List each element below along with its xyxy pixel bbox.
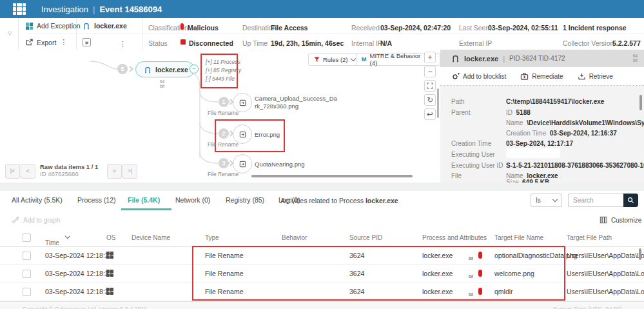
search-filter-dropdown[interactable]: Is	[531, 194, 562, 207]
pagination-text: Raw data items 1 / 1	[40, 163, 98, 170]
collector-version-label: Collector Version	[563, 39, 614, 47]
collapse-node-button[interactable]: −	[190, 65, 199, 74]
first-page-button[interactable]: |<	[5, 164, 20, 179]
chevron-down-icon	[552, 197, 558, 202]
edge-label: File Rename	[208, 110, 239, 116]
row-checkbox[interactable]	[23, 270, 31, 278]
destination-value: File Access	[271, 24, 307, 32]
zoom-in-button[interactable]: +	[424, 52, 436, 63]
cell-target-file-path: Users\IEUser\AppData\Loc...	[567, 252, 644, 259]
graph-vertical-scrollbar[interactable]	[437, 88, 439, 118]
received-value: 03-Sep-2024, 02:47:20	[380, 24, 451, 32]
rules-filter-button[interactable]: Rules (2)	[308, 53, 361, 66]
add-exception-label: Add Exception	[37, 22, 81, 30]
edge-label: File Rename	[208, 171, 239, 177]
file-node-label: QuotaNearing.png	[255, 161, 337, 168]
activities-process-name: locker.exe	[366, 197, 398, 204]
fit-to-screen-button[interactable]	[424, 80, 436, 92]
export-button[interactable]: Export ⋮	[26, 38, 67, 46]
undo-button[interactable]: ↩	[424, 108, 436, 120]
details-pid-tid: PID-3624 TID-4172	[509, 55, 565, 62]
process-chip[interactable]: locker.exe	[83, 22, 127, 30]
malicious-icon	[478, 252, 482, 259]
activities-caption: Activities related to Process locker.exe	[280, 197, 398, 204]
next-page-button[interactable]: >	[107, 164, 122, 179]
last-page-button[interactable]: >|	[122, 164, 137, 179]
process-icon	[83, 22, 90, 30]
root-process-node[interactable]: locker.exe	[135, 61, 195, 77]
file-node-badge[interactable]: 2	[219, 128, 229, 139]
system-time-text: System Time (UTC -04:00) 22:03:43	[553, 306, 644, 309]
tab-network[interactable]: Network (0)	[175, 196, 210, 204]
malicious-icon	[478, 270, 482, 277]
prev-page-button[interactable]: <	[21, 164, 35, 179]
add-to-graph-button[interactable]: Add to graph	[12, 216, 60, 224]
collapse-chevron-icon[interactable]: ▽	[8, 30, 12, 36]
file-node-label: Error.png	[255, 131, 337, 139]
tab-file[interactable]: File (5.4K)	[128, 196, 160, 204]
col-source-pid[interactable]: Source PID	[349, 234, 382, 241]
col-device-name[interactable]: Device Name	[132, 234, 170, 241]
export-menu-icon[interactable]: ⋮	[60, 38, 67, 46]
export-icon	[26, 39, 33, 46]
cell-type: File Rename	[205, 288, 244, 295]
col-behavior[interactable]: Behavior	[282, 234, 307, 241]
cell-type: File Rename	[205, 270, 244, 277]
cell-source-pid: 3624	[349, 288, 364, 295]
customize-columns-button[interactable]: Customize	[600, 216, 641, 224]
raw-data-pagination: Raw data items 1 / 1 ID 487625686	[40, 163, 98, 177]
event-info-bar: ▽ Add Exception Export ⋮ locker.exe ▣ ⋮ …	[0, 18, 644, 50]
tab-registry[interactable]: Registry (85)	[226, 196, 264, 204]
details-header: locker.exe | PID-3624 TID-4172 64bit	[440, 50, 644, 67]
col-target-file-name[interactable]: Target File Name	[494, 234, 543, 241]
col-os[interactable]: OS	[106, 234, 115, 241]
refresh-button[interactable]: ↻	[424, 94, 436, 106]
process-menu-icon[interactable]: ⋮	[119, 40, 126, 48]
process-graph-canvas[interactable]: 5 locker.exe − 64bit [+] 11 Process [+] …	[0, 50, 441, 183]
table-row[interactable]: 03-Sep-2024 12:18:31 File Rename 3624 lo…	[0, 264, 644, 283]
table-toolbar: Add to graph Customize	[0, 210, 644, 229]
remediate-button[interactable]: Remediate	[520, 72, 563, 81]
path-label: Path	[451, 98, 465, 105]
cell-target-file-name: qmldir	[494, 288, 513, 295]
cell-type: File Rename	[205, 252, 244, 259]
incident-response-link[interactable]: 1 Incident response	[563, 24, 627, 32]
file-node-badge[interactable]: 1	[219, 97, 229, 107]
row-checkbox[interactable]	[23, 288, 31, 296]
add-to-blocklist-button[interactable]: Add to blocklist	[451, 72, 506, 81]
table-row[interactable]: 03-Sep-2024 12:18:31 File Rename 3624 lo…	[0, 283, 644, 301]
select-all-checkbox[interactable]	[23, 234, 31, 242]
executing-user-id-label: Executing User ID	[451, 162, 503, 169]
first-aid-kit-icon	[520, 72, 529, 81]
table-row[interactable]: 03-Sep-2024 12:18:31 File Rename 3624 lo…	[0, 246, 644, 265]
malicious-icon	[478, 288, 482, 295]
col-type[interactable]: Type	[205, 234, 219, 241]
last-seen-label: Last Seen	[459, 24, 489, 32]
graph-horizontal-scrollbar[interactable]	[251, 175, 413, 177]
sort-chevron-icon[interactable]	[65, 234, 70, 239]
received-label: Received	[351, 24, 380, 32]
executing-user-id-value: S-1-5-21-321011808-3761883066-353627080-…	[506, 162, 644, 169]
process-icon	[451, 54, 460, 63]
search-button[interactable]	[623, 194, 638, 207]
executing-user-label: Executing User	[451, 151, 495, 158]
tab-all-activity[interactable]: All Activity (5.5K)	[12, 196, 63, 204]
tab-process[interactable]: Process (12)	[77, 196, 116, 204]
table-scrollbar[interactable]	[639, 248, 641, 260]
panel-scrollbar[interactable]	[639, 95, 642, 110]
row-checkbox[interactable]	[23, 252, 31, 260]
file-node-badge[interactable]: 3	[219, 158, 229, 168]
windows-icon	[106, 288, 113, 295]
retrieve-button[interactable]: Retrieve	[578, 72, 613, 81]
col-target-file-path[interactable]: Target File Path	[567, 234, 612, 241]
view-toggle-button[interactable]: ▣	[83, 38, 91, 46]
add-exception-button[interactable]: Add Exception	[26, 22, 81, 30]
search-input[interactable]	[568, 194, 624, 207]
parent-id-value: 5188	[516, 109, 531, 116]
minimap-icon: ▣	[83, 38, 91, 46]
zoom-out-button[interactable]: −	[424, 66, 436, 77]
cell-time: 03-Sep-2024 12:18:31	[45, 288, 113, 295]
node-expand-annotation[interactable]: [+] 11 Process [+] 85 Registry [-] 5449 …	[202, 55, 241, 84]
parent-count-node[interactable]: 5	[117, 64, 128, 74]
col-process-attributes[interactable]: Process and Attributes	[422, 234, 487, 241]
